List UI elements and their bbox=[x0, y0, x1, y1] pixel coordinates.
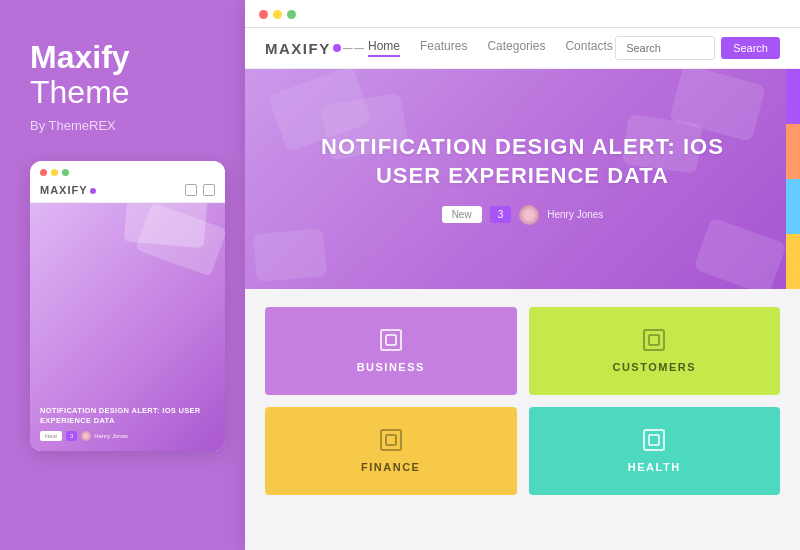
browser-dot-green bbox=[287, 10, 296, 19]
customers-icon bbox=[643, 329, 665, 351]
customers-label: CUSTOMERS bbox=[612, 361, 696, 373]
color-tab-orange bbox=[786, 124, 800, 179]
business-icon bbox=[380, 329, 402, 351]
hero-badge-num: 3 bbox=[490, 206, 512, 223]
mobile-author: Henry Jones bbox=[94, 433, 128, 439]
hero-author: Henry Jones bbox=[547, 209, 603, 220]
mobile-nav-icons bbox=[185, 184, 215, 196]
business-label: BUSINESS bbox=[357, 361, 425, 373]
category-card-business[interactable]: BUSINESS bbox=[265, 307, 517, 395]
browser-nav-links: Home Features Categories Contacts bbox=[368, 39, 613, 57]
health-icon bbox=[643, 429, 665, 451]
browser-hero: NOTIFICATION DESIGN ALERT: IOS USER EXPE… bbox=[245, 69, 800, 289]
mobile-avatar bbox=[81, 431, 91, 441]
browser-search-button[interactable]: Search bbox=[721, 37, 780, 59]
browser-dots bbox=[259, 10, 786, 19]
svg-rect-3 bbox=[649, 435, 659, 445]
mobile-avatar-row: Henry Jones bbox=[81, 431, 128, 441]
brand-title: Maxify bbox=[30, 40, 130, 75]
browser-search-input[interactable] bbox=[615, 36, 715, 60]
nav-link-contacts[interactable]: Contacts bbox=[565, 39, 612, 57]
hero-meta: New 3 Henry Jones bbox=[321, 205, 724, 225]
mobile-nav-icon-grid bbox=[203, 184, 215, 196]
mobile-avatar-inner bbox=[81, 431, 91, 441]
browser-navbar: MAXIFY—— Home Features Categories Contac… bbox=[245, 28, 800, 69]
svg-rect-1 bbox=[649, 335, 659, 345]
browser-search-area: Search bbox=[615, 36, 780, 60]
finance-label: FINANCE bbox=[361, 461, 420, 473]
mobile-badge-num: 3 bbox=[66, 431, 77, 441]
hero-avatar bbox=[519, 205, 539, 225]
right-color-tabs bbox=[786, 69, 800, 289]
brand-subtitle: Theme bbox=[30, 75, 130, 110]
nav-link-home[interactable]: Home bbox=[368, 39, 400, 57]
mobile-hero-meta: New 3 Henry Jones bbox=[40, 431, 215, 441]
svg-rect-0 bbox=[386, 335, 396, 345]
mobile-logo: MAXIFY bbox=[40, 184, 96, 196]
browser-dot-red bbox=[259, 10, 268, 19]
category-card-finance[interactable]: FINANCE bbox=[265, 407, 517, 495]
mobile-hero-content: NOTIFICATION DESIGN ALERT: IOS USER EXPE… bbox=[40, 406, 215, 442]
mobile-hero: NOTIFICATION DESIGN ALERT: IOS USER EXPE… bbox=[30, 203, 225, 451]
hero-title-line1: NOTIFICATION DESIGN ALERT: IOS bbox=[321, 133, 724, 162]
hero-title: NOTIFICATION DESIGN ALERT: IOS USER EXPE… bbox=[321, 133, 724, 190]
nav-link-features[interactable]: Features bbox=[420, 39, 467, 57]
mobile-nav: MAXIFY bbox=[30, 180, 225, 203]
mobile-card-2 bbox=[135, 203, 225, 277]
finance-icon bbox=[380, 429, 402, 451]
mobile-dot-yellow bbox=[51, 169, 58, 176]
brand-name: Maxify Theme By ThemeREX bbox=[30, 40, 130, 133]
browser-mockup: MAXIFY—— Home Features Categories Contac… bbox=[245, 0, 800, 550]
mobile-badge-new: New bbox=[40, 431, 62, 441]
category-grid: BUSINESS CUSTOMERS FINANCE bbox=[265, 307, 780, 495]
mobile-hero-title: NOTIFICATION DESIGN ALERT: IOS USER EXPE… bbox=[40, 406, 215, 426]
mobile-topbar bbox=[30, 161, 225, 180]
browser-dot-yellow bbox=[273, 10, 282, 19]
brand-by: By ThemeREX bbox=[30, 118, 130, 133]
mobile-nav-icon-menu bbox=[185, 184, 197, 196]
hero-content: NOTIFICATION DESIGN ALERT: IOS USER EXPE… bbox=[321, 133, 724, 224]
category-card-customers[interactable]: CUSTOMERS bbox=[529, 307, 781, 395]
color-tab-purple bbox=[786, 69, 800, 124]
color-tab-blue bbox=[786, 179, 800, 234]
color-tab-yellow bbox=[786, 234, 800, 289]
left-panel: Maxify Theme By ThemeREX MAXIFY bbox=[0, 0, 245, 550]
mobile-mockup: MAXIFY NOTIFICATION DESIGN ALERT: IOS US… bbox=[30, 161, 225, 451]
browser-logo: MAXIFY—— bbox=[265, 40, 366, 57]
nav-link-categories[interactable]: Categories bbox=[487, 39, 545, 57]
mobile-dot-green bbox=[62, 169, 69, 176]
logo-dot bbox=[333, 44, 341, 52]
mobile-dot-red bbox=[40, 169, 47, 176]
category-card-health[interactable]: HEALTH bbox=[529, 407, 781, 495]
hero-title-line2: USER EXPERIENCE DATA bbox=[321, 162, 724, 191]
health-label: HEALTH bbox=[628, 461, 681, 473]
browser-chrome bbox=[245, 0, 800, 28]
svg-rect-2 bbox=[386, 435, 396, 445]
browser-bottom: BUSINESS CUSTOMERS FINANCE bbox=[245, 289, 800, 550]
hero-badge-new: New bbox=[442, 206, 482, 223]
mobile-dots bbox=[40, 169, 69, 176]
